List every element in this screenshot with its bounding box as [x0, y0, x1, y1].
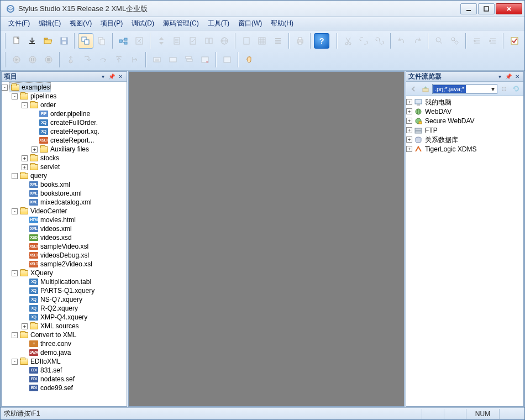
source-row[interactable]: +TigerLogic XDMS [406, 144, 523, 154]
step-out-button[interactable] [111, 52, 127, 67]
minimize-button[interactable] [460, 3, 477, 14]
convert-button[interactable] [132, 33, 147, 49]
indent-button[interactable] [469, 33, 485, 49]
download-button[interactable] [25, 33, 40, 49]
menu-item[interactable]: 帮助(H) [266, 18, 298, 29]
tree-row[interactable]: XSDvideos.xsd [2, 233, 127, 242]
schema-button[interactable] [169, 33, 185, 49]
tree-row[interactable]: XQMultiplication.tabl [2, 277, 127, 286]
tree-row[interactable]: XMLmixedcatalog.xml [2, 198, 127, 207]
hand-tool-button[interactable] [242, 52, 257, 67]
pipeline-button[interactable] [116, 33, 132, 49]
panel-pin-button[interactable]: 📌 [108, 73, 116, 81]
windows-button[interactable] [78, 33, 93, 49]
project-tree[interactable]: -examples-pipelines-orderPIPorder.pipeli… [2, 82, 127, 393]
collapse-icon[interactable]: - [22, 102, 28, 108]
expand-icon[interactable]: + [22, 323, 28, 329]
project-tree-body[interactable]: -examples-pipelines-orderPIPorder.pipeli… [2, 82, 127, 406]
tree-row[interactable]: -XQuery [2, 269, 127, 277]
new-file-button[interactable] [9, 33, 24, 49]
tree-row[interactable]: +XML sources [2, 322, 127, 330]
source-row[interactable]: +FTP [406, 125, 523, 135]
tree-row[interactable]: EDIcode99.sef [2, 384, 127, 392]
expand-icon[interactable]: + [406, 136, 412, 143]
grid-button[interactable] [255, 33, 270, 49]
tree-row[interactable]: +stocks [2, 154, 127, 162]
open-button[interactable] [40, 33, 56, 49]
source-row[interactable]: +我的电脑 [406, 97, 523, 107]
menu-item[interactable]: 源码管理(C) [159, 18, 203, 29]
menu-item[interactable]: 窗口(W) [234, 18, 266, 29]
menu-item[interactable]: 文件(F) [4, 18, 34, 29]
tree-row[interactable]: XQR-Q2.xquery [2, 304, 127, 313]
editor-area[interactable] [128, 71, 405, 407]
fb-filter-button[interactable] [498, 83, 510, 95]
tree-row[interactable]: XSLTsample2Video.xsl [2, 260, 127, 269]
expand-icon[interactable]: + [406, 108, 412, 114]
tree-row[interactable]: -order [2, 101, 127, 109]
panel-close-button[interactable]: ✕ [117, 73, 124, 81]
collapse-icon[interactable]: - [12, 208, 18, 214]
bookmark-button[interactable] [219, 52, 235, 67]
collapse-icon[interactable]: - [12, 93, 18, 99]
report-button[interactable] [239, 33, 254, 49]
unlink-button[interactable] [372, 33, 387, 49]
outdent-button[interactable] [485, 33, 501, 49]
collapse-icon[interactable]: - [12, 332, 18, 338]
redo-button[interactable] [410, 33, 425, 49]
source-row[interactable]: +关系数据库 [406, 135, 523, 144]
step-over-button[interactable] [95, 52, 111, 67]
debug-start-button[interactable] [9, 52, 24, 67]
tree-row[interactable]: XSLTvideosDebug.xsl [2, 251, 127, 260]
tree-row[interactable]: +Auxiliary files [2, 145, 127, 154]
diff-button[interactable] [201, 33, 217, 49]
close-button[interactable] [496, 3, 522, 14]
tree-row[interactable]: HTMmovies.html [2, 216, 127, 224]
tree-row[interactable]: -EDItoXML [2, 357, 127, 366]
expand-icon[interactable]: + [406, 146, 412, 152]
menu-item[interactable]: 调试(D) [127, 18, 159, 29]
toolbar-grip[interactable] [4, 33, 7, 49]
cut-button[interactable] [340, 33, 356, 49]
tree-row[interactable]: PIPorder.pipeline [2, 109, 127, 118]
expand-icon[interactable]: + [406, 118, 412, 124]
fb-up-button[interactable] [420, 83, 431, 95]
filebrowser-body[interactable]: +我的电脑+WebDAV+Secure WebDAV+FTP+关系数据库+Tig… [406, 96, 523, 406]
tree-row[interactable]: XSLTcreateReport... [2, 136, 127, 145]
toolbar-grip[interactable] [4, 52, 7, 67]
replace-button[interactable] [448, 33, 463, 49]
expand-icon[interactable]: + [22, 164, 28, 170]
menu-item[interactable]: 项目(P) [96, 18, 127, 29]
maximize-button[interactable] [478, 3, 495, 14]
link-button[interactable] [356, 33, 372, 49]
collapse-icon[interactable]: - [12, 270, 18, 276]
filebrowser-tree[interactable]: +我的电脑+WebDAV+Secure WebDAV+FTP+关系数据库+Tig… [406, 96, 523, 155]
source-row[interactable]: +WebDAV [406, 107, 523, 116]
tree-row[interactable]: +servlet [2, 162, 127, 171]
tree-row[interactable]: -Convert to XML [2, 330, 127, 339]
dropdown-arrow-icon[interactable]: ▾ [489, 85, 497, 93]
watch-button[interactable] [149, 52, 165, 67]
callstack-button[interactable] [181, 52, 197, 67]
tree-row[interactable]: XSLTsampleVideo.xsl [2, 242, 127, 251]
debug-pause-button[interactable] [25, 52, 40, 67]
list-button[interactable] [270, 33, 286, 49]
fb-refresh-button[interactable] [511, 83, 522, 95]
tree-row[interactable]: XQXMP-Q4.xquery [2, 313, 127, 322]
check-button[interactable] [507, 33, 522, 49]
debug-stop-button[interactable] [41, 52, 56, 67]
undo-button[interactable] [394, 33, 410, 49]
collapse-icon[interactable]: - [12, 173, 18, 179]
tree-row[interactable]: -query [2, 171, 127, 180]
expand-icon[interactable]: + [406, 127, 412, 133]
tree-row[interactable]: JAVAdemo.java [2, 348, 127, 357]
tree-row[interactable]: XQPARTS-Q1.xquery [2, 286, 127, 295]
expand-icon[interactable]: + [406, 99, 412, 105]
expand-icon[interactable]: + [32, 146, 38, 153]
output-button[interactable] [197, 52, 213, 67]
tree-row[interactable]: XMLbookstore.xml [2, 189, 127, 198]
filter-combo[interactable]: .prj;*.java;* ▾ [432, 84, 497, 94]
panel-close-button[interactable]: ✕ [513, 73, 521, 81]
tree-row[interactable]: XQcreateReport.xq. [2, 127, 127, 136]
tree-row[interactable]: -pipelines [2, 92, 127, 101]
